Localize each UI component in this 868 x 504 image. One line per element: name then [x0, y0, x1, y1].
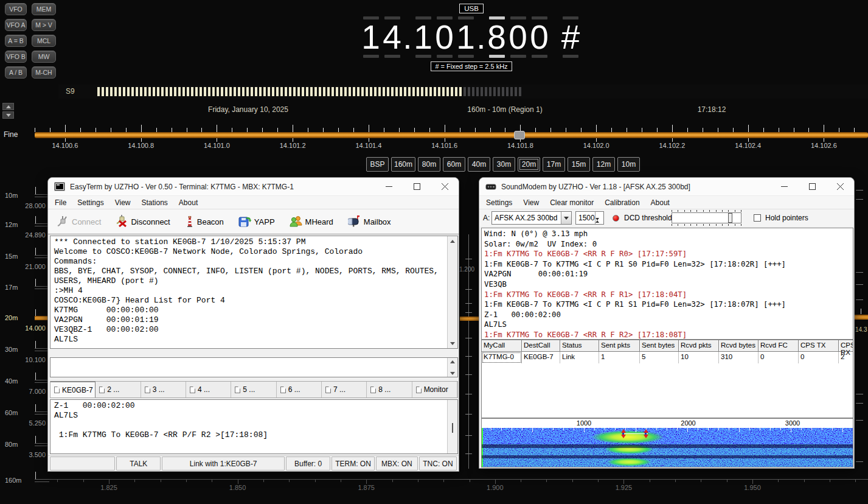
fine-ruler[interactable]	[35, 132, 868, 138]
frequency-digits[interactable]: 14.101.800#	[341, 15, 602, 59]
tab-3[interactable]: 3 ...	[141, 382, 186, 397]
tab-7[interactable]: 7 ...	[322, 382, 367, 397]
digit-step-down-icon[interactable]	[363, 55, 379, 58]
sidebar-band-40m[interactable]: 40m	[5, 377, 18, 385]
tab-4[interactable]: 4 ...	[186, 382, 231, 397]
band-button-160m[interactable]: 160m	[391, 157, 415, 172]
table-row[interactable]: K7TMG-0KE0GB-7Link1510310002	[482, 352, 853, 363]
menu-view[interactable]: View	[518, 198, 544, 207]
band-button-10m[interactable]: 10m	[617, 157, 640, 172]
sidebar-band-15m[interactable]: 15m	[5, 253, 18, 260]
close-button[interactable]	[431, 178, 459, 195]
minimize-button[interactable]	[375, 178, 403, 195]
vfo-button-vfob[interactable]: VFO B	[5, 51, 27, 63]
easyterm-input-scrollbar[interactable]	[447, 358, 457, 377]
frequency-digit[interactable]: 0	[507, 16, 529, 58]
toolbar-yapp-button[interactable]: YAPP	[238, 215, 275, 229]
menu-settings[interactable]: Settings	[481, 198, 518, 207]
menu-calibration[interactable]: Calibration	[599, 198, 645, 207]
digit-step-down-icon[interactable]	[489, 55, 505, 58]
column-header-destcall[interactable]: DestCall	[522, 340, 560, 352]
frequency-digit[interactable]: #	[558, 16, 583, 58]
frequency-digit[interactable]: .	[476, 16, 486, 58]
easyterm-monitor-scrollbar[interactable]	[447, 400, 457, 453]
tab-ke0gb7[interactable]: KE0GB-7	[50, 381, 95, 397]
band-button-bsp[interactable]: BSP	[366, 157, 389, 172]
band-button-20m[interactable]: 20m	[518, 157, 540, 172]
digit-step-down-icon[interactable]	[458, 55, 474, 58]
mark-pointer-icon[interactable]	[620, 429, 626, 439]
frequency-digit[interactable]: 4	[381, 16, 403, 58]
menu-about[interactable]: About	[645, 198, 675, 207]
close-button[interactable]	[826, 178, 854, 195]
menu-clear-monitor[interactable]: Clear monitor	[544, 198, 599, 207]
frequency-digit[interactable]: 8	[486, 16, 507, 58]
scroll-down-icon[interactable]	[448, 338, 457, 348]
fine-tuning-scale[interactable]: Fine 14.100.614.100.814.101.014.101.214.…	[0, 122, 868, 153]
easyterm-input-pane[interactable]	[50, 357, 458, 377]
column-header-mycall[interactable]: MyCall	[482, 340, 522, 352]
scroll-up-icon[interactable]	[448, 358, 457, 365]
toolbar-disconnect-button[interactable]: Disconnect	[116, 215, 170, 229]
scale-step-up-icon[interactable]	[2, 103, 14, 110]
sidebar-band-30m[interactable]: 30m	[5, 346, 18, 353]
menu-settings[interactable]: Settings	[72, 198, 109, 207]
waterfall-display[interactable]	[482, 428, 853, 467]
dcd-threshold-slider[interactable]	[672, 212, 741, 223]
tab-monitor[interactable]: Monitor	[412, 382, 457, 397]
digit-step-down-icon[interactable]	[510, 55, 526, 58]
tab-6[interactable]: 6 ...	[277, 382, 322, 397]
band-button-12m[interactable]: 12m	[592, 157, 615, 172]
sidebar-band-20m[interactable]: 20m	[5, 314, 18, 321]
vfo-button-ab[interactable]: A / B	[5, 66, 27, 79]
digit-step-down-icon[interactable]	[437, 55, 453, 58]
hold-pointers-checkbox[interactable]	[754, 214, 761, 222]
easyterm-titlebar[interactable]: EasyTerm by UZ7HO - Ver 0.50 - Terminal:…	[48, 178, 459, 196]
column-header-sent-pkts[interactable]: Sent pkts	[599, 340, 640, 352]
toolbar-beacon-button[interactable]: Beacon	[185, 215, 224, 229]
frequency-digit[interactable]: 1	[412, 16, 434, 58]
digit-step-down-icon[interactable]	[532, 55, 547, 58]
modem-type-select[interactable]: AFSK AX.25 300bd	[491, 211, 572, 225]
vfo-button-vfo[interactable]: VFO	[5, 3, 27, 15]
easyterm-terminal-scrollbar[interactable]	[447, 236, 457, 348]
scroll-up-icon[interactable]	[448, 236, 457, 246]
frequency-digit[interactable]: 0	[434, 16, 455, 58]
column-header-rcvd-pkts[interactable]: Rcvd pkts	[679, 340, 719, 352]
fine-tuning-handle[interactable]	[514, 131, 525, 139]
slider-handle[interactable]	[728, 213, 732, 223]
column-header-cps-rx[interactable]: CPS RX	[839, 340, 853, 352]
tab-5[interactable]: 5 ...	[231, 382, 276, 397]
vfo-button-vfoa[interactable]: VFO A	[5, 19, 27, 31]
sidebar-band-80m[interactable]: 80m	[5, 441, 18, 448]
toolbar-mheard-button[interactable]: MHeard	[290, 215, 333, 229]
band-button-17m[interactable]: 17m	[543, 157, 565, 172]
tab-8[interactable]: 8 ...	[367, 382, 412, 397]
column-header-rcvd-fc[interactable]: Rcvd FC	[759, 340, 799, 352]
scale-step-down-icon[interactable]	[2, 111, 14, 119]
space-pointer-icon[interactable]	[643, 429, 648, 439]
chevron-down-icon[interactable]	[561, 212, 571, 224]
menu-view[interactable]: View	[109, 198, 136, 207]
sidebar-band-12m[interactable]: 12m	[5, 221, 18, 228]
maximize-button[interactable]	[798, 178, 826, 195]
toolbar-connect-button[interactable]: Connect	[57, 215, 101, 229]
vfo-button-ab[interactable]: A = B	[5, 35, 27, 47]
minimize-button[interactable]	[770, 178, 798, 195]
menu-about[interactable]: About	[173, 198, 203, 207]
vfo-button-mch[interactable]: M-CH	[32, 66, 56, 79]
column-header-status[interactable]: Status	[560, 340, 599, 352]
sidebar-band-60m[interactable]: 60m	[5, 409, 18, 416]
column-header-rcvd-bytes[interactable]: Rcvd bytes	[719, 340, 759, 352]
band-button-30m[interactable]: 30m	[493, 157, 515, 172]
sidebar-band-17m[interactable]: 17m	[5, 284, 18, 291]
vfo-button-mcl[interactable]: MCL	[32, 35, 56, 47]
menu-stations[interactable]: Stations	[136, 198, 173, 207]
scroll-down-icon[interactable]	[448, 369, 457, 377]
maximize-button[interactable]	[403, 178, 431, 195]
band-button-60m[interactable]: 60m	[443, 157, 465, 172]
vfo-button-mv[interactable]: M > V	[32, 19, 56, 31]
menu-file[interactable]: File	[49, 198, 72, 207]
vfo-button-mw[interactable]: MW	[32, 51, 56, 63]
vfo-button-mem[interactable]: MEM	[32, 3, 56, 15]
